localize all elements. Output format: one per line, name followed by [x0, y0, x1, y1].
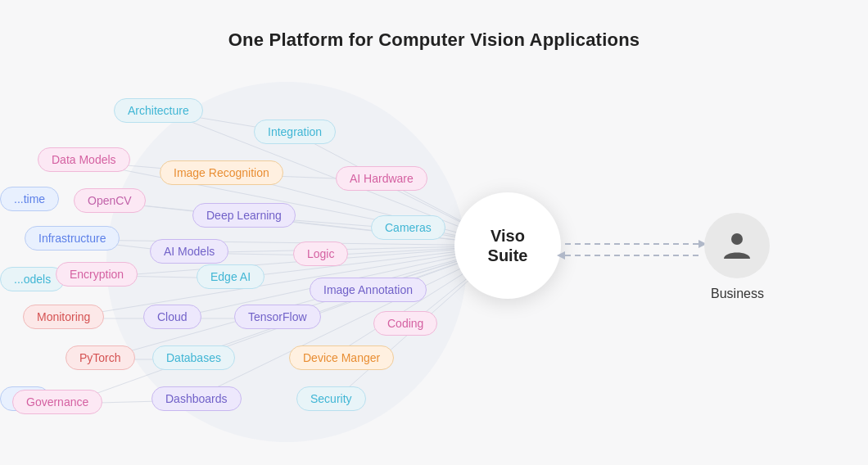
svg-line-8	[74, 240, 508, 246]
tag-tensorflow: TensorFlow	[234, 305, 321, 329]
viso-suite-circle: Viso Suite	[454, 192, 561, 299]
viso-suite-line2: Suite	[488, 246, 528, 265]
business-label: Business	[698, 287, 776, 301]
tag-image-recognition: Image Recognition	[160, 160, 283, 185]
tag-cameras: Cameras	[371, 215, 445, 240]
tag-security: Security	[296, 386, 366, 411]
tag-encryption: Encryption	[56, 262, 138, 287]
tag-logic: Logic	[293, 242, 348, 266]
tag-edge-ai: Edge AI	[197, 264, 264, 289]
tag-ai-models: AI Models	[150, 239, 228, 264]
tag-device-manager: Device Manger	[289, 345, 394, 370]
tag-coding: Coding	[373, 311, 437, 336]
tag-deep-learning: Deep Learning	[192, 203, 296, 228]
tag-dashboards: Dashboards	[151, 386, 242, 411]
tag-monitoring: Monitoring	[23, 305, 104, 329]
tag-integration: Integration	[254, 120, 336, 144]
svg-point-40	[731, 233, 743, 245]
tag-ai-hardware: AI Hardware	[336, 166, 427, 191]
tag-architecture: Architecture	[114, 98, 203, 123]
tag-image-annotation: Image Annotation	[310, 278, 427, 302]
tag-governance: Governance	[12, 390, 102, 414]
person-icon	[719, 228, 755, 264]
tag-opencv: OpenCV	[74, 188, 146, 213]
viso-suite-line1: Viso	[491, 226, 525, 246]
tag-pytorch: PyTorch	[66, 345, 135, 370]
tag-databases: Databases	[152, 345, 235, 370]
tag-models: ...odels	[0, 267, 65, 291]
tag-cloud: Cloud	[143, 305, 201, 329]
diagram-area: ArchitectureIntegrationData ModelsImage …	[0, 65, 868, 465]
tag-runtime: ...time	[0, 187, 59, 211]
page-title: One Platform for Computer Vision Applica…	[0, 0, 868, 51]
business-circle	[704, 213, 770, 278]
tag-data-models: Data Models	[38, 147, 130, 172]
tag-infrastructure: Infrastructure	[25, 226, 120, 251]
